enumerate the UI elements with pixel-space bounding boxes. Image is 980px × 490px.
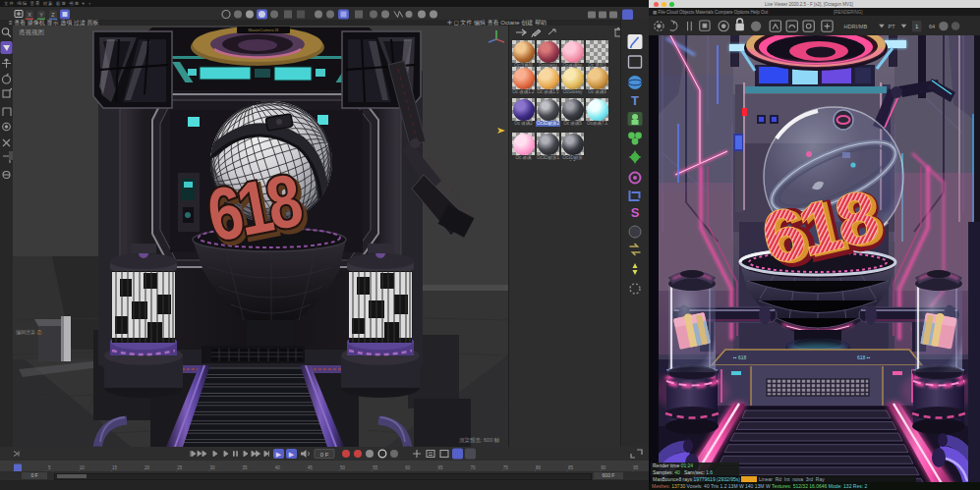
svg-text:10: 10 — [80, 465, 86, 470]
svg-text:65: 65 — [437, 465, 443, 470]
svg-text:PT: PT — [889, 24, 896, 29]
svg-text:70: 70 — [471, 465, 477, 470]
svg-text:15: 15 — [112, 465, 118, 470]
svg-text:25: 25 — [177, 465, 183, 470]
svg-text:618: 618 — [201, 158, 308, 258]
svg-text:0 F: 0 F — [320, 452, 329, 458]
svg-text:透视视图: 透视视图 — [19, 28, 44, 36]
svg-text:90: 90 — [601, 465, 606, 470]
svg-text:HDRI/MB: HDRI/MB — [843, 24, 867, 29]
svg-text:40: 40 — [275, 465, 281, 470]
svg-text:▪▪ 618: ▪▪ 618 — [733, 354, 746, 360]
svg-text:60: 60 — [405, 465, 411, 470]
svg-text:5: 5 — [48, 465, 51, 470]
svg-text:30: 30 — [209, 465, 215, 470]
svg-text:35: 35 — [243, 465, 249, 470]
svg-text:渲染预览: 600 帧: 渲染预览: 600 帧 — [459, 437, 500, 444]
svg-text:T: T — [631, 93, 639, 108]
svg-text:618 ▪▪: 618 ▪▪ — [857, 354, 871, 360]
svg-text:1: 1 — [915, 23, 919, 29]
svg-text:95: 95 — [633, 465, 639, 470]
svg-text:MaxonCamera ☷: MaxonCamera ☷ — [249, 27, 279, 32]
svg-text:Y: Y — [39, 12, 43, 18]
svg-text:75: 75 — [503, 465, 509, 470]
svg-text:S: S — [631, 205, 640, 220]
svg-text:85: 85 — [568, 465, 574, 470]
svg-text:50: 50 — [340, 465, 346, 470]
svg-text:80: 80 — [536, 465, 542, 470]
svg-text:64: 64 — [929, 24, 935, 29]
svg-text:55: 55 — [373, 465, 378, 470]
svg-text:▶: ▶ — [276, 451, 282, 458]
svg-text:20: 20 — [144, 465, 150, 470]
svg-text:X: X — [28, 12, 31, 18]
svg-text:45: 45 — [308, 465, 314, 470]
svg-text:编辑渲染 ②: 编辑渲染 ② — [16, 329, 41, 336]
svg-text:▶: ▶ — [289, 451, 295, 458]
